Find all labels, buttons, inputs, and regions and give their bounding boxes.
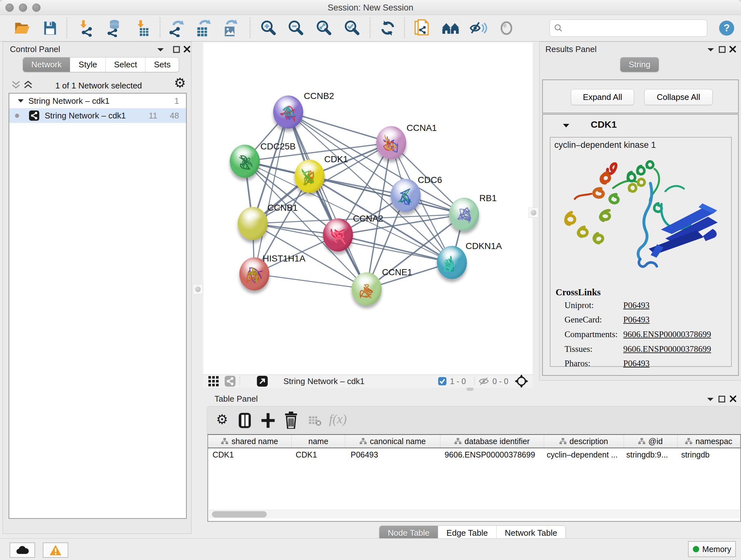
table-cell[interactable]: cyclin–dependent ... xyxy=(542,448,622,461)
expand-all-icon[interactable] xyxy=(23,79,33,90)
shared-column-icon xyxy=(559,438,566,444)
tab-network[interactable]: Network xyxy=(23,57,70,72)
hide-unhide-button[interactable] xyxy=(469,19,488,37)
close-panel-icon[interactable] xyxy=(184,46,191,53)
share-network-file-button[interactable] xyxy=(413,19,431,37)
table-cell[interactable]: 9606.ENSP00000378699 xyxy=(440,448,542,461)
horizontal-scrollbar[interactable] xyxy=(209,510,740,518)
tab-style[interactable]: Style xyxy=(70,57,105,72)
column-header[interactable]: shared name xyxy=(208,435,292,448)
column-header[interactable]: namespac xyxy=(677,435,740,448)
uniprot-link[interactable]: P06493 xyxy=(623,300,650,310)
float-panel-icon[interactable] xyxy=(718,395,726,403)
panel-menu-icon[interactable] xyxy=(706,396,714,402)
network-home-button[interactable] xyxy=(442,19,460,37)
network-node-cdc6[interactable] xyxy=(391,179,421,212)
node-label-ccnb2: CCNB2 xyxy=(304,91,334,101)
import-table-button[interactable] xyxy=(133,19,152,37)
table-cell[interactable]: stringdb xyxy=(677,448,740,461)
close-panel-icon[interactable] xyxy=(730,395,737,402)
zoom-selected-button[interactable] xyxy=(343,19,361,37)
hidden-count: 0 - 0 xyxy=(492,377,509,386)
table-cell[interactable]: CDK1 xyxy=(208,448,291,461)
import-network-database-button[interactable] xyxy=(104,19,123,37)
float-panel-icon[interactable] xyxy=(718,46,726,53)
memory-button[interactable]: Memory xyxy=(688,541,736,557)
column-header[interactable]: canonical name xyxy=(345,435,441,448)
node-structure-glyph xyxy=(396,186,415,207)
right-divider-handle[interactable] xyxy=(529,207,539,218)
zoom-in-button[interactable] xyxy=(259,19,278,37)
detach-view-icon[interactable] xyxy=(257,375,268,387)
cloud-status-button[interactable] xyxy=(10,543,35,558)
scrollbar-thumb[interactable] xyxy=(212,511,267,517)
collapse-all-icon[interactable] xyxy=(11,79,21,90)
network-node-ccna1[interactable] xyxy=(376,126,406,159)
birds-eye-view-icon[interactable] xyxy=(515,374,528,388)
panel-menu-icon[interactable] xyxy=(707,47,715,53)
export-table-button[interactable] xyxy=(194,19,212,37)
tab-sets[interactable]: Sets xyxy=(145,57,179,72)
network-node-cdkn1a[interactable] xyxy=(437,246,467,279)
table-cell[interactable]: stringdb:9... xyxy=(622,448,677,461)
show-graphics-details-button[interactable] xyxy=(497,19,516,37)
network-options-gear-icon[interactable]: ⚙ xyxy=(174,76,186,90)
float-panel-icon[interactable] xyxy=(173,46,180,53)
network-node-ccne1[interactable] xyxy=(352,272,382,306)
add-column-icon[interactable] xyxy=(261,412,275,429)
save-session-button[interactable] xyxy=(41,19,59,37)
network-node-ccna2[interactable] xyxy=(323,219,353,252)
network-node-cdk1[interactable] xyxy=(294,160,325,193)
delete-column-trash-icon[interactable] xyxy=(284,412,298,429)
network-node-cdc25b[interactable] xyxy=(230,145,260,178)
node-table[interactable]: shared namenamecanonical namedatabase id… xyxy=(207,434,741,522)
export-network-button[interactable] xyxy=(167,19,186,37)
warnings-button[interactable] xyxy=(43,543,68,558)
network-node-rb1[interactable] xyxy=(449,198,479,231)
collapse-arrow-icon[interactable] xyxy=(17,98,24,104)
zoom-out-button[interactable] xyxy=(286,19,305,37)
column-header[interactable]: description xyxy=(544,435,624,448)
export-image-button[interactable] xyxy=(221,19,240,37)
apply-layout-button[interactable] xyxy=(379,19,397,37)
network-node-ccnb1[interactable] xyxy=(238,207,268,240)
zoom-fit-button[interactable] xyxy=(315,19,333,37)
open-session-button[interactable] xyxy=(13,19,31,37)
share-view-icon[interactable] xyxy=(224,375,236,387)
search-field[interactable] xyxy=(549,19,707,37)
network-collection-row[interactable]: String Network – cdk1 1 xyxy=(9,94,186,108)
column-header[interactable]: @id xyxy=(624,435,677,448)
network-canvas[interactable]: CCNB2CCNA1CDC25BCDK1CDC6RB1CCNB1CCNA2CDK… xyxy=(203,43,533,374)
network-node-ccnb2[interactable] xyxy=(273,96,303,129)
tab-select[interactable]: Select xyxy=(105,57,145,72)
entry-collapse-arrow-icon[interactable] xyxy=(562,123,569,128)
genecard-link[interactable]: P06493 xyxy=(623,315,650,325)
tissues-link[interactable]: 9606.ENSP00000378699 xyxy=(623,344,711,354)
network-view[interactable]: CCNB2CCNA1CDC25BCDK1CDC6RB1CCNB1CCNA2CDK… xyxy=(203,43,533,374)
column-header[interactable]: database identifier xyxy=(441,435,544,448)
node-structure-glyph xyxy=(442,253,461,274)
import-network-file-button[interactable] xyxy=(77,19,96,37)
compartments-link[interactable]: 9606.ENSP00000378699 xyxy=(623,329,711,339)
help-button[interactable]: ? xyxy=(718,19,736,37)
network-row-selected[interactable]: String Network – cdk1 11 48 xyxy=(9,108,186,123)
memory-label: Memory xyxy=(702,545,731,554)
left-divider-handle[interactable] xyxy=(193,284,203,294)
grid-view-icon[interactable] xyxy=(208,375,219,387)
hidden-eye-icon[interactable] xyxy=(478,376,489,386)
bottom-divider-handle[interactable] xyxy=(467,388,474,391)
table-options-gear-icon[interactable]: ⚙ xyxy=(216,413,228,426)
tab-string[interactable]: String xyxy=(620,57,659,72)
panel-menu-icon[interactable] xyxy=(157,47,164,53)
selected-checkbox-icon[interactable] xyxy=(438,377,447,386)
close-panel-icon[interactable] xyxy=(729,46,736,53)
show-columns-icon[interactable] xyxy=(238,412,252,429)
column-header[interactable]: name xyxy=(292,435,345,448)
table-cell[interactable]: P06493 xyxy=(346,448,440,461)
search-input[interactable] xyxy=(566,23,707,33)
pharos-link[interactable]: P06493 xyxy=(623,359,650,368)
table-row[interactable]: CDK1CDK1P064939606.ENSP00000378699cyclin… xyxy=(208,448,740,461)
collapse-all-button[interactable]: Collapse All xyxy=(644,89,713,105)
table-cell[interactable]: CDK1 xyxy=(291,448,346,461)
expand-all-button[interactable]: Expand All xyxy=(571,89,634,105)
